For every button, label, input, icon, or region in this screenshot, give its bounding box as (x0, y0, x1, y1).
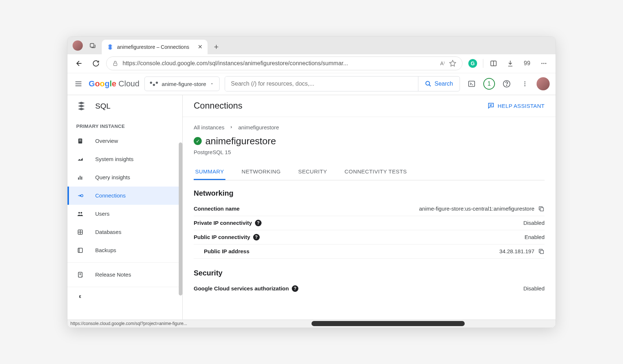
tab-summary[interactable]: SUMMARY (194, 164, 225, 180)
breadcrumb-all-instances[interactable]: All instances (194, 124, 224, 130)
content-area: Connections HELP ASSISTANT All instances… (183, 95, 556, 328)
label-connection-name: Connection name (194, 206, 240, 212)
chart-icon (76, 155, 84, 163)
lock-icon (112, 60, 118, 66)
browser-menu-icon[interactable] (537, 57, 550, 70)
collections-icon[interactable]: 99 (521, 57, 534, 70)
tab-overview-icon[interactable] (89, 42, 97, 50)
google-cloud-logo[interactable]: Google Cloud (89, 79, 139, 89)
cloud-shell-icon[interactable] (465, 77, 478, 90)
nav-menu-icon[interactable] (73, 79, 84, 89)
search-input[interactable] (225, 77, 418, 91)
profile-avatar-icon[interactable] (73, 40, 83, 51)
backup-icon (76, 246, 84, 254)
notes-icon (76, 271, 84, 279)
svg-rect-20 (79, 141, 81, 141)
cloud-sql-favicon-icon (107, 44, 113, 50)
tab-connectivity-tests[interactable]: CONNECTIVITY TESTS (343, 164, 409, 180)
help-icon[interactable]: ? (255, 220, 262, 226)
value-public-ip: Enabled (525, 234, 545, 240)
tab-security[interactable]: SECURITY (297, 164, 329, 180)
browser-tab[interactable]: animefigurestore – Connections ✕ (102, 40, 208, 54)
copy-icon[interactable] (538, 248, 545, 255)
svg-line-11 (429, 85, 431, 86)
search-icon (425, 81, 432, 87)
svg-point-4 (541, 63, 542, 64)
help-icon[interactable]: ? (253, 234, 260, 240)
sidebar-item-users[interactable]: Users (67, 205, 182, 223)
sidebar-item-databases[interactable]: Databases (67, 223, 182, 241)
downloads-icon[interactable] (504, 57, 517, 70)
sql-service-header[interactable]: SQL (67, 95, 182, 117)
copy-icon[interactable] (538, 206, 545, 212)
search-button[interactable]: Search (418, 77, 460, 91)
chevron-left-icon (76, 293, 84, 301)
project-picker[interactable]: anime-figure-store (144, 77, 220, 91)
security-section-title: Security (194, 269, 545, 277)
close-tab-icon[interactable]: ✕ (198, 43, 202, 50)
tab-title: animefigurestore – Connections (117, 44, 189, 50)
row-private-ip: Private IP connectivity? Disabled (194, 216, 545, 230)
kebab-menu-icon[interactable] (518, 77, 531, 90)
sidebar-item-release-notes[interactable]: Release Notes (67, 266, 182, 284)
sidebar-section-label: PRIMARY INSTANCE (67, 117, 182, 132)
instance-name: animefigurestore (205, 136, 276, 147)
svg-point-10 (426, 81, 430, 85)
sidebar-item-system-insights[interactable]: System insights (67, 150, 182, 168)
value-gc-auth: Disabled (523, 285, 545, 291)
status-check-icon: ✓ (194, 137, 202, 145)
sidebar-item-overview[interactable]: Overview (67, 132, 182, 150)
split-screen-icon[interactable] (487, 57, 500, 70)
svg-rect-30 (78, 248, 82, 253)
url-text: https://console.cloud.google.com/sql/ins… (123, 60, 436, 67)
svg-point-15 (525, 81, 526, 82)
database-icon (76, 228, 84, 236)
favorite-icon[interactable] (449, 60, 456, 67)
console-header: Google Cloud anime-figure-store Search 1 (67, 73, 556, 95)
svg-point-5 (543, 63, 545, 64)
svg-rect-23 (81, 176, 82, 179)
svg-rect-37 (540, 250, 543, 254)
label-public-ip-address: Public IP address (194, 248, 249, 254)
sidebar-item-connections[interactable]: Connections (67, 187, 182, 205)
sidebar-collapse-button[interactable] (67, 290, 182, 303)
project-name: anime-figure-store (162, 81, 206, 87)
scrollbar[interactable] (179, 142, 182, 295)
value-public-ip-address: 34.28.181.197 (499, 248, 534, 254)
address-bar: https://console.cloud.google.com/sql/ins… (67, 54, 556, 73)
horizontal-scrollbar[interactable] (312, 321, 465, 326)
sidebar-item-backups[interactable]: Backups (67, 241, 182, 259)
svg-point-6 (545, 63, 546, 64)
instance-type: PostgreSQL 15 (194, 149, 545, 155)
row-gc-auth: Google Cloud services authorization? Dis… (194, 282, 545, 295)
sidebar-item-query-insights[interactable]: Query insights (67, 168, 182, 187)
user-avatar-icon[interactable] (537, 77, 550, 90)
connection-icon (76, 192, 84, 200)
sql-title: SQL (95, 102, 111, 110)
svg-point-25 (78, 212, 80, 214)
value-private-ip: Disabled (523, 220, 545, 226)
grammarly-extension-icon[interactable]: G (466, 57, 479, 70)
notifications-badge[interactable]: 1 (483, 78, 495, 90)
svg-rect-19 (79, 140, 81, 140)
networking-section-title: Networking (194, 189, 545, 197)
url-field[interactable]: https://console.cloud.google.com/sql/ins… (106, 56, 463, 70)
label-public-ip: Public IP connectivity (194, 234, 250, 240)
help-icon[interactable] (500, 77, 513, 90)
help-icon[interactable]: ? (292, 285, 298, 292)
sidebar: SQL PRIMARY INSTANCE Overview System ins… (67, 95, 183, 328)
browser-window: animefigurestore – Connections ✕ + https… (67, 36, 556, 328)
bar-chart-icon (76, 173, 84, 181)
read-aloud-icon[interactable]: A⁾ (440, 60, 445, 66)
breadcrumb: All instances animefigurestore (194, 124, 545, 130)
back-button[interactable] (73, 57, 86, 70)
svg-point-17 (525, 85, 526, 86)
users-icon (76, 210, 84, 218)
chevron-down-icon (210, 82, 214, 86)
project-icon (150, 82, 158, 86)
new-tab-button[interactable]: + (210, 41, 222, 53)
tab-networking[interactable]: NETWORKING (240, 164, 282, 180)
help-assistant-button[interactable]: HELP ASSISTANT (487, 102, 545, 109)
refresh-button[interactable] (89, 57, 102, 70)
value-connection-name: anime-figure-store:us-central1:animefigu… (419, 206, 534, 212)
